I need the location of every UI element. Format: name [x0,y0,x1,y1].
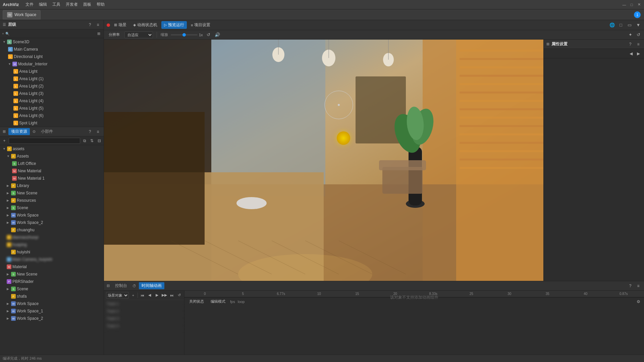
tree-item-modular[interactable]: ▼ M Modular_Interior [0,60,104,68]
assets-menu-btn[interactable]: ≡ [95,129,101,135]
tl-loop-btn[interactable]: ↺ [176,292,182,298]
tl-next-btn[interactable]: ▶▶ [161,292,167,298]
menu-dev[interactable]: 开发者 [66,2,78,7]
tree-item-shafa[interactable]: ▶ F shafa [0,293,104,300]
bottom-tab-timeline[interactable]: 时间轴动画 [139,282,164,289]
tree-item-main-camera[interactable]: C Main Camera [0,46,104,53]
tree-item-area-light-0[interactable]: L Area Light [0,68,104,75]
tree-item-scene-2[interactable]: ▶ S Scene [0,285,104,293]
tree-item-scene[interactable]: ▶ S Scene [0,204,104,212]
resolution-select[interactable]: 自适应 1280x720 644x362 [124,32,153,38]
main-camera-huiyishi-label: Main Camera_huiyishi [12,257,52,262]
tree-item-resources[interactable]: ▶ F Resources [0,197,104,204]
tree-item-workspace-2[interactable]: ▶ W Work Space_2 [0,219,104,226]
maximize-button[interactable]: □ [629,2,634,7]
workspace-tab[interactable]: W Work Space [3,10,41,19]
menu-edit[interactable]: 编辑 [39,2,47,7]
bottom-tab-console[interactable]: 控制台 [112,282,130,289]
nav-forward-btn[interactable]: ▶ [635,51,641,57]
tree-item-new-scene-2[interactable]: ▶ S New Scene [0,270,104,278]
right-panel: ⊞ 属性设置 ? ≡ ◀ ▶ [543,40,644,281]
tl-play-btn[interactable]: ▶ [154,292,160,298]
hierarchy-add-btn[interactable]: + [2,32,4,36]
menu-help[interactable]: 帮助 [97,2,105,7]
menu-panel[interactable]: 面板 [83,2,91,7]
zoom-slider-track[interactable] [171,34,198,36]
menu-tools[interactable]: 工具 [52,2,60,7]
hierarchy-search-input[interactable] [11,32,94,36]
reset-zoom-icon[interactable]: ↺ [206,32,212,38]
bottom-help-btn[interactable]: ? [627,283,633,289]
tree-item-workspace[interactable]: ▶ W Work Space [0,212,104,219]
tree-item-assets-folder[interactable]: ▼ F Assets [0,153,104,160]
menu-file[interactable]: 文件 [25,2,34,7]
timeline-scene-select[interactable]: 场景对象 [106,292,129,299]
tree-item-workspace-1[interactable]: ▶ W Work Space_1 [0,307,104,315]
tree-item-chuanghu[interactable]: ▶ F chuanghu [0,226,104,234]
zoom-slider-thumb[interactable] [182,33,186,37]
close-state-btn[interactable]: 关闭状态 [187,298,206,305]
tree-item-material[interactable]: M Material [0,263,104,270]
bottom-menu-btn[interactable]: ≡ [635,283,641,289]
tree-item-workspace-3[interactable]: ▶ W Work Space [0,300,104,307]
main-camera-huiyishi-icon: C [7,257,11,262]
tl-prev-btn[interactable]: ◀ [147,292,153,298]
tree-item-area-light-4[interactable]: L Area Light (4) [0,97,104,105]
properties-help-btn[interactable]: ? [627,41,633,47]
sound-icon[interactable]: 🔊 [214,32,220,38]
assets-tab-widget[interactable]: 小部件 [38,128,56,135]
tab-project-settings[interactable]: ≡ 项目设置 [188,21,213,29]
assets-add-btn[interactable]: + [1,138,7,144]
spot-light-icon: L [13,121,18,125]
tree-item-area-light-1[interactable]: L Area Light (1) [0,75,104,82]
tl-first-btn[interactable]: ⏮ [139,292,145,298]
tree-item-loft-office[interactable]: S Loft Office [0,160,104,167]
tree-item-area-light-3[interactable]: L Area Light (3) [0,90,104,97]
assets-filter-btn[interactable]: ⧉ [82,138,88,144]
hierarchy-collapse-btn[interactable]: ⊞ [96,31,102,37]
svg-rect-30 [460,92,543,94]
subtoolbar-settings-btn[interactable]: ⚙ [635,299,641,305]
assets-help-btn[interactable]: ? [87,129,93,135]
viewport-refresh-icon[interactable]: ↺ [635,32,641,38]
assets-view-btn[interactable]: ⊟ [96,138,102,144]
assets-icon: ⊞ [3,129,6,134]
tl-last-btn[interactable]: ⏭ [169,292,175,298]
minimize-button[interactable]: — [622,2,627,7]
ruler-087: 0.87s [605,292,643,296]
tree-item-scene3d[interactable]: ▼ S Scene3D [0,38,104,46]
close-button[interactable]: ✕ [637,2,641,7]
tree-item-area-light-6[interactable]: L Area Light (6) [0,112,104,119]
assets-tab-project[interactable]: 项目资源 [8,128,30,135]
tree-item-library[interactable]: ▶ F Library [0,182,104,189]
tree-item-workspace-2b[interactable]: ▶ W Work Space_2 [0,315,104,322]
viewport-settings-icon[interactable]: ✦ [627,32,633,38]
tree-item-new-material[interactable]: M New Material [0,167,104,175]
globe-icon[interactable]: 🌐 [609,22,615,28]
tree-item-area-light-5[interactable]: L Area Light (5) [0,105,104,112]
tab-preview[interactable]: ▷ 预览运行 [161,21,187,29]
tab-scene[interactable]: ⊞ 场景 [111,21,129,29]
monitor-icon[interactable]: □ [618,22,624,28]
tree-item-area-light-2[interactable]: L Area Light (2) [0,82,104,90]
tab-animation[interactable]: ◈ 动画状态机 [130,21,160,29]
viewport[interactable] [104,40,543,281]
assets-search-input[interactable] [9,138,80,144]
dropdown-icon[interactable]: ▼ [635,22,641,28]
tablet-icon[interactable]: ▭ [627,22,633,28]
tree-item-spot-light[interactable]: L Spot Light [0,119,104,127]
tree-item-dir-light[interactable]: L Directional Light [0,53,104,60]
edit-mode-btn[interactable]: 编辑模式 [209,298,227,305]
tree-item-assets-root[interactable]: ▼ F assets [0,145,104,153]
properties-menu-btn[interactable]: ≡ [635,41,641,47]
nav-back-btn[interactable]: ◀ [628,51,634,57]
tree-item-huiyishi[interactable]: ▶ F huiyishi [0,248,104,256]
hierarchy-help-btn[interactable]: ? [87,22,93,28]
tree-item-pbrshader[interactable]: P PBRShader [0,278,104,285]
svg-point-23 [236,197,267,209]
tree-item-new-scene[interactable]: ▶ S New Scene [0,189,104,197]
hierarchy-menu-btn[interactable]: ≡ [95,22,101,28]
tree-item-new-material-1[interactable]: M New Material 1 [0,175,104,182]
timeline-add-btn[interactable]: + [130,292,136,298]
assets-sort-btn[interactable]: ⇅ [89,138,95,144]
